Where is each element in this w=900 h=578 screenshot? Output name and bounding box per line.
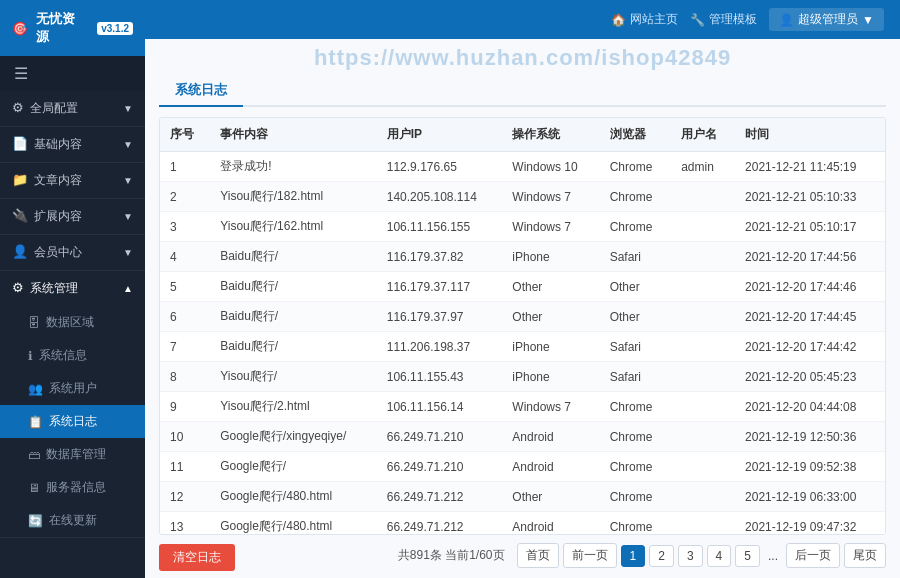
table-cell: Yisou爬行/2.html — [210, 392, 377, 422]
sidebar: 🎯 无忧资源 v3.1.2 ☰ ⚙全局配置 ▼ 📄基础内容 ▼ 📁文章内容 ▼ … — [0, 0, 145, 578]
jichu-arrow: ▼ — [123, 139, 133, 150]
sidebar-section-xitong: ⚙系统管理 ▲ 🗄 数据区域 ℹ 系统信息 👥 系统用户 📋 系统日志 🗃 数据… — [0, 271, 145, 538]
table-cell: 111.206.198.37 — [377, 332, 503, 362]
user-icon: 👤 — [779, 13, 794, 27]
table-cell: Yisou爬行/182.html — [210, 182, 377, 212]
table-cell: 2021-12-19 06:33:00 — [735, 482, 885, 512]
pagination-page-1[interactable]: 1 — [621, 545, 646, 567]
sidebar-section-header-huiyuan[interactable]: 👤会员中心 ▼ — [0, 235, 145, 270]
page-tab-bar: 系统日志 — [159, 75, 886, 107]
table-cell: 8 — [160, 362, 210, 392]
sidebar-section-header-jichu[interactable]: 📄基础内容 ▼ — [0, 127, 145, 162]
table-cell: 66.249.71.210 — [377, 422, 503, 452]
xitongrizhi-label: 系统日志 — [49, 413, 97, 430]
table-cell: 2021-12-19 09:47:32 — [735, 512, 885, 536]
table-row: 12Google爬行/480.html66.249.71.212OtherChr… — [160, 482, 885, 512]
table-cell: 66.249.71.212 — [377, 512, 503, 536]
pagination-next[interactable]: 后一页 — [786, 543, 840, 568]
pagination-page-4[interactable]: 4 — [707, 545, 732, 567]
table-cell: 106.11.156.155 — [377, 212, 503, 242]
table-cell: iPhone — [502, 242, 599, 272]
table-cell: Chrome — [600, 212, 671, 242]
table-cell — [671, 332, 735, 362]
watermark-area: https://www.huzhan.com/ishop42849 — [145, 39, 900, 75]
pagination-first[interactable]: 首页 — [517, 543, 559, 568]
table-cell: Android — [502, 422, 599, 452]
home-icon: 🏠 — [611, 13, 626, 27]
sidebar-section-header-kuozhan[interactable]: 🔌扩展内容 ▼ — [0, 199, 145, 234]
sidebar-item-xitongrizhi[interactable]: 📋 系统日志 — [0, 405, 145, 438]
sidebar-item-xitongxinxi[interactable]: ℹ 系统信息 — [0, 339, 145, 372]
sidebar-item-shujuqyu[interactable]: 🗄 数据区域 — [0, 306, 145, 339]
table-cell: 12 — [160, 482, 210, 512]
col-browser: 浏览器 — [600, 118, 671, 152]
website-link[interactable]: 🏠 网站主页 — [611, 11, 678, 28]
table-cell — [671, 362, 735, 392]
content-area: 系统日志 序号 事件内容 用户IP 操作系统 浏览器 用户名 时间 — [145, 75, 900, 578]
shujuguanli-label: 数据库管理 — [46, 446, 106, 463]
table-cell: 2021-12-20 04:44:08 — [735, 392, 885, 422]
quanju-arrow: ▼ — [123, 103, 133, 114]
sidebar-item-shujuguanli[interactable]: 🗃 数据库管理 — [0, 438, 145, 471]
wennei-icon: 📁 — [12, 172, 28, 187]
table-cell: iPhone — [502, 362, 599, 392]
table-cell: 2021-12-20 05:45:23 — [735, 362, 885, 392]
table-cell: 6 — [160, 302, 210, 332]
table-cell: Chrome — [600, 152, 671, 182]
quanju-label: 全局配置 — [30, 101, 78, 115]
tab-xitongrizhi-label: 系统日志 — [175, 82, 227, 97]
tab-xitongrizhi[interactable]: 系统日志 — [159, 75, 243, 107]
table-cell: 2021-12-21 05:10:33 — [735, 182, 885, 212]
table-cell: Safari — [600, 242, 671, 272]
xitong-label: 系统管理 — [30, 281, 78, 295]
user-menu[interactable]: 👤 超级管理员 ▼ — [769, 8, 884, 31]
sidebar-section-header-xitong[interactable]: ⚙系统管理 ▲ — [0, 271, 145, 306]
col-ip: 用户IP — [377, 118, 503, 152]
table-cell: 2021-12-19 12:50:36 — [735, 422, 885, 452]
table-cell: Windows 7 — [502, 212, 599, 242]
sidebar-section-header-quanju[interactable]: ⚙全局配置 ▼ — [0, 91, 145, 126]
zaixian-icon: 🔄 — [28, 514, 43, 528]
table-cell: 11 — [160, 452, 210, 482]
pagination-bar: 共891条 当前1/60页 首页 前一页 1 2 3 4 5 ... 后一页 尾… — [398, 535, 886, 572]
table-cell — [671, 512, 735, 536]
table-cell: 140.205.108.114 — [377, 182, 503, 212]
topbar-right: 🏠 网站主页 🔧 管理模板 👤 超级管理员 ▼ — [611, 8, 884, 31]
table-cell: Chrome — [600, 422, 671, 452]
huiyuan-arrow: ▼ — [123, 247, 133, 258]
pagination-prev[interactable]: 前一页 — [563, 543, 617, 568]
sidebar-item-xitongyh[interactable]: 👥 系统用户 — [0, 372, 145, 405]
table-cell: admin — [671, 152, 735, 182]
pagination-page-3[interactable]: 3 — [678, 545, 703, 567]
pagination-last[interactable]: 尾页 — [844, 543, 886, 568]
jichu-label: 基础内容 — [34, 137, 82, 151]
kuozhan-icon: 🔌 — [12, 208, 28, 223]
table-cell: Other — [600, 302, 671, 332]
table-cell: 2021-12-20 17:44:56 — [735, 242, 885, 272]
table-cell: 2021-12-20 17:44:42 — [735, 332, 885, 362]
pagination-page-2[interactable]: 2 — [649, 545, 674, 567]
pagination-dots: ... — [764, 546, 782, 566]
sidebar-section-header-wennei[interactable]: 📁文章内容 ▼ — [0, 163, 145, 198]
table-cell: iPhone — [502, 332, 599, 362]
pagination-page-5[interactable]: 5 — [735, 545, 760, 567]
sidebar-item-fuwuqixx[interactable]: 🖥 服务器信息 — [0, 471, 145, 504]
huiyuan-icon: 👤 — [12, 244, 28, 259]
manager-link[interactable]: 🔧 管理模板 — [690, 11, 757, 28]
menu-toggle[interactable]: ☰ — [0, 56, 145, 91]
table-cell: Android — [502, 512, 599, 536]
dropdown-icon: ▼ — [862, 13, 874, 27]
table-cell: Google爬行/480.html — [210, 482, 377, 512]
quanju-icon: ⚙ — [12, 100, 24, 115]
user-label: 超级管理员 — [798, 11, 858, 28]
table-cell: 116.179.37.117 — [377, 272, 503, 302]
clear-log-button[interactable]: 清空日志 — [159, 544, 235, 571]
pagination-info: 共891条 当前1/60页 — [398, 547, 505, 564]
shujuguanli-icon: 🗃 — [28, 448, 40, 462]
sidebar-section-quanju: ⚙全局配置 ▼ — [0, 91, 145, 127]
sidebar-item-zaixian[interactable]: 🔄 在线更新 — [0, 504, 145, 537]
table-cell — [671, 422, 735, 452]
table-cell: 2021-12-21 05:10:17 — [735, 212, 885, 242]
table-cell: Chrome — [600, 512, 671, 536]
main-area: 🏠 网站主页 🔧 管理模板 👤 超级管理员 ▼ https://www.huzh… — [145, 0, 900, 578]
